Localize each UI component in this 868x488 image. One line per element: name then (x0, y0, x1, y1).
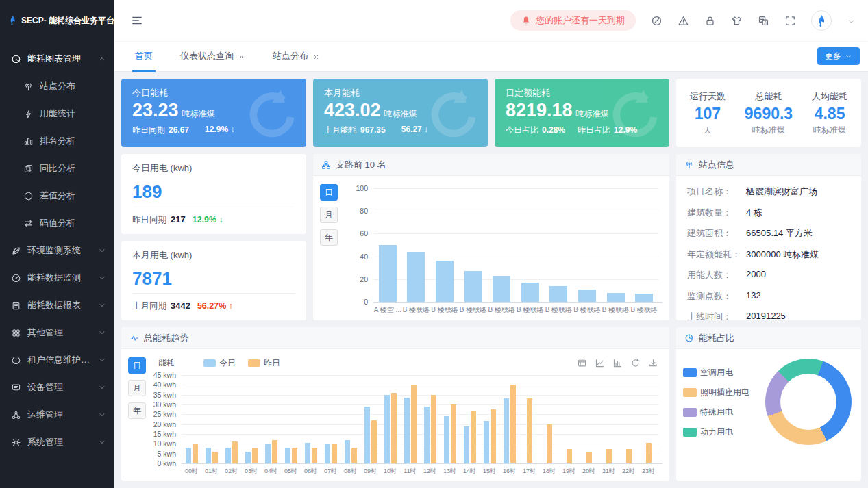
bar-今日[interactable] (285, 448, 290, 463)
bar[interactable] (436, 261, 454, 302)
bar-昨日[interactable] (351, 448, 357, 463)
bar-昨日[interactable] (193, 444, 198, 463)
bar-今日[interactable] (444, 416, 449, 463)
trend-toggle-日[interactable]: 日 (128, 357, 146, 374)
legend-item-今日[interactable]: 今日 (203, 357, 236, 369)
sidebar-subitem-码值分析[interactable]: 码值分析 (0, 209, 114, 237)
bar[interactable] (549, 286, 567, 302)
bar-今日[interactable] (245, 452, 251, 463)
bar-昨日[interactable] (312, 448, 317, 463)
bar-昨日[interactable] (431, 395, 436, 463)
more-button[interactable]: 更多 (817, 47, 860, 65)
sidebar-item-运维管理[interactable]: 运维管理 (0, 401, 114, 428)
refresh-icon[interactable] (630, 358, 641, 368)
bar-今日[interactable] (325, 444, 330, 463)
donut-legend-item-动力用电[interactable]: 动力用电 (683, 426, 749, 438)
bar-昨日[interactable] (626, 449, 632, 464)
avatar[interactable] (811, 10, 832, 31)
tab-首页[interactable]: 首页 (131, 41, 157, 72)
line-chart-icon[interactable] (595, 358, 605, 368)
bar-昨日[interactable] (586, 452, 592, 463)
sidebar-item-系统管理[interactable]: 系统管理 (0, 428, 114, 456)
menu-collapse-icon[interactable] (131, 14, 143, 27)
bar-今日[interactable] (384, 395, 390, 463)
close-icon[interactable] (238, 53, 245, 60)
bar-昨日[interactable] (491, 409, 496, 463)
branch-toggle-年[interactable]: 年 (320, 229, 338, 246)
sidebar-subitem-差值分析[interactable]: 差值分析 (0, 182, 114, 209)
sidebar-subitem-站点分布[interactable]: 站点分布 (0, 73, 114, 100)
bar-昨日[interactable] (212, 452, 218, 463)
sidebar-item-能耗数据监测[interactable]: 能耗数据监测 (0, 264, 114, 292)
bar-昨日[interactable] (527, 398, 532, 463)
bar-今日[interactable] (404, 398, 410, 463)
bar[interactable] (464, 271, 482, 302)
trend-toggle-年[interactable]: 年 (128, 402, 146, 419)
bar-今日[interactable] (464, 426, 469, 463)
bar[interactable] (379, 245, 397, 302)
donut-legend-item-空调用电[interactable]: 空调用电 (683, 367, 749, 378)
close-icon[interactable] (312, 53, 320, 60)
bar-昨日[interactable] (567, 449, 572, 464)
bar-昨日[interactable] (411, 385, 417, 463)
sidebar-item-能耗图表管理[interactable]: 能耗图表管理 (0, 45, 114, 73)
bar-昨日[interactable] (510, 385, 516, 463)
sidebar-item-能耗数据报表[interactable]: 能耗数据报表 (0, 292, 114, 319)
bar-昨日[interactable] (646, 443, 652, 463)
tshirt-icon[interactable] (731, 15, 743, 27)
translate-icon[interactable]: A (758, 15, 769, 27)
legend-item-昨日[interactable]: 昨日 (248, 357, 280, 369)
bar[interactable] (635, 294, 653, 302)
trend-toggle-月[interactable]: 月 (128, 380, 146, 396)
sidebar-subitem-用能统计[interactable]: 用能统计 (0, 100, 114, 127)
user-menu-chevron-icon[interactable] (847, 16, 856, 25)
lock-icon[interactable] (704, 15, 716, 27)
bar-昨日[interactable] (547, 424, 552, 463)
bar[interactable] (407, 252, 425, 302)
bar-今日[interactable] (186, 448, 191, 463)
bar-今日[interactable] (364, 407, 370, 463)
sidebar-subitem-同比分析[interactable]: 同比分析 (0, 155, 114, 182)
bar-今日[interactable] (504, 398, 509, 463)
bar-今日[interactable] (305, 443, 310, 463)
sidebar-item-其他管理[interactable]: 其他管理 (0, 319, 114, 346)
tab-站点分布[interactable]: 站点分布 (269, 41, 324, 72)
bar-昨日[interactable] (451, 404, 456, 463)
account-expiry-alert[interactable]: 您的账户还有一天到期 (510, 10, 636, 31)
bar[interactable] (607, 293, 625, 302)
sidebar-item-租户信息维护管理[interactable]: 租户信息维护管理 (0, 346, 114, 374)
bar-今日[interactable] (424, 407, 430, 463)
bar-昨日[interactable] (471, 411, 476, 463)
warning-icon[interactable] (678, 15, 689, 27)
sidebar-item-设备管理[interactable]: 设备管理 (0, 374, 114, 401)
bar-昨日[interactable] (371, 420, 377, 463)
bar-昨日[interactable] (391, 393, 397, 463)
donut-legend-item-特殊用电[interactable]: 特殊用电 (683, 407, 749, 418)
sidebar-subitem-排名分析[interactable]: 排名分析 (0, 127, 114, 155)
bar-今日[interactable] (345, 440, 350, 463)
bar-chart-icon[interactable] (612, 358, 623, 368)
fullscreen-icon[interactable] (784, 15, 796, 27)
sidebar-subitem-label: 用能统计 (40, 107, 75, 120)
bar-今日[interactable] (206, 448, 211, 463)
branch-toggle-日[interactable]: 日 (320, 184, 338, 201)
bar-今日[interactable] (265, 444, 271, 463)
bar-昨日[interactable] (252, 448, 258, 463)
tab-仪表状态查询[interactable]: 仪表状态查询 (176, 41, 249, 72)
branch-toggle-月[interactable]: 月 (320, 207, 338, 223)
download-icon[interactable] (648, 358, 658, 368)
data-view-icon[interactable] (577, 358, 587, 368)
bar[interactable] (578, 290, 596, 302)
bar-昨日[interactable] (292, 448, 297, 463)
bar-今日[interactable] (225, 448, 231, 463)
bar-昨日[interactable] (232, 441, 238, 463)
bar-昨日[interactable] (272, 440, 277, 463)
bar[interactable] (493, 276, 510, 302)
bar[interactable] (521, 283, 539, 302)
bar-今日[interactable] (484, 421, 489, 463)
bar-昨日[interactable] (332, 444, 337, 463)
donut-legend-item-照明插座用电[interactable]: 照明插座用电 (683, 387, 749, 398)
bar-昨日[interactable] (606, 449, 612, 464)
sidebar-item-环境监测系统[interactable]: 环境监测系统 (0, 237, 114, 264)
palette-icon[interactable] (651, 15, 662, 27)
